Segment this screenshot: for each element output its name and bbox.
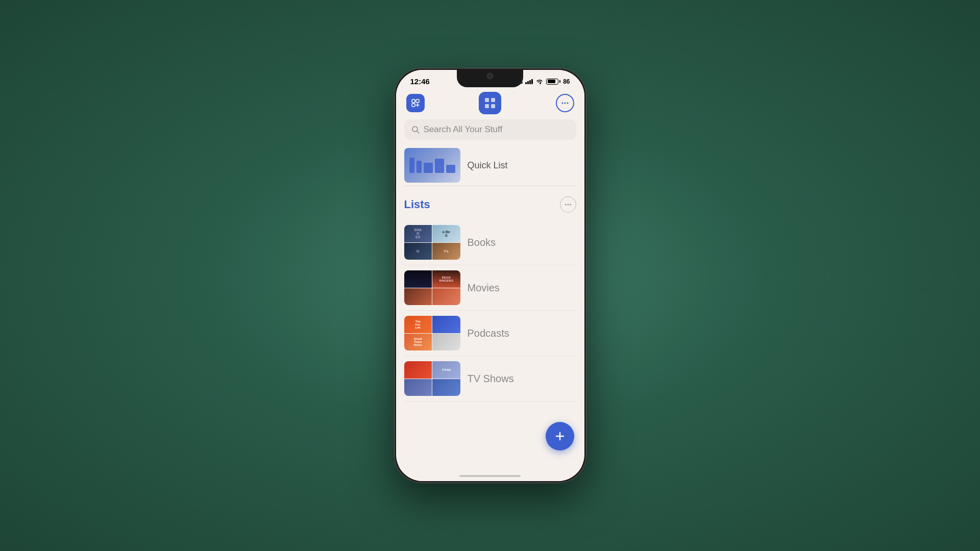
add-button[interactable] (406, 94, 425, 112)
home-button[interactable] (479, 92, 501, 114)
svg-point-14 (570, 204, 571, 206)
movies-thumb-4 (432, 288, 460, 306)
quick-list-label: Quick List (468, 160, 508, 171)
tv-thumb-2: TITAN (432, 361, 460, 379)
signal-icon (525, 79, 533, 84)
movies-thumb-3 (404, 288, 432, 306)
wifi-icon (535, 79, 544, 85)
search-icon (411, 126, 420, 134)
battery-icon (546, 79, 560, 85)
books-thumb-2: a BeG (432, 225, 460, 242)
lists-more-button[interactable] (560, 196, 576, 213)
battery-percentage: 86 (563, 78, 570, 85)
home-icon (483, 96, 497, 110)
search-container: Search All Your Stuff (396, 119, 584, 145)
list-item-movies[interactable]: DEADRINGERS Movies (404, 265, 576, 311)
svg-rect-4 (491, 98, 495, 102)
svg-rect-5 (485, 104, 489, 108)
movies-thumbnail: DEADRINGERS (404, 270, 460, 305)
quick-list-thumbnail (404, 148, 460, 183)
podcasts-thumb-3: SmallTownDicks (404, 334, 432, 351)
lists-section: Lists SHAGEA a BeG M Pa Books (396, 186, 584, 466)
list-item-tv-shows[interactable]: TITAN TV Shows (404, 356, 576, 402)
podcasts-thumb-2 (432, 316, 460, 333)
home-bar (459, 475, 521, 477)
podcasts-label: Podcasts (468, 328, 509, 339)
svg-point-8 (561, 103, 563, 104)
add-icon (411, 98, 420, 108)
list-item-podcasts[interactable]: TheAm.Life SmallTownDicks Podcasts (404, 311, 576, 356)
nav-bar (396, 88, 584, 119)
books-thumbnail: SHAGEA a BeG M Pa (404, 225, 460, 260)
svg-point-9 (567, 103, 568, 104)
search-placeholder: Search All Your Stuff (424, 124, 503, 135)
more-nav-icon (560, 98, 570, 108)
phone-frame: 12:46 $0$ 86 (395, 68, 586, 483)
search-bar[interactable]: Search All Your Stuff (404, 119, 576, 140)
tv-thumb-1 (404, 361, 432, 379)
svg-rect-1 (416, 99, 419, 103)
quick-list-bars-graphic (405, 154, 459, 177)
phone-screen: 12:46 $0$ 86 (396, 70, 584, 481)
books-thumb-4: Pa (432, 243, 460, 260)
books-thumb-1: SHAGEA (404, 225, 432, 242)
tv-shows-label: TV Shows (468, 373, 514, 385)
svg-line-11 (417, 131, 419, 133)
svg-point-12 (567, 204, 569, 206)
fab-button[interactable] (546, 422, 574, 450)
tv-thumb-3 (404, 379, 432, 396)
movies-label: Movies (468, 282, 500, 294)
list-item-books[interactable]: SHAGEA a BeG M Pa Books (404, 220, 576, 265)
more-nav-button[interactable] (556, 94, 574, 112)
movies-thumb-2: DEADRINGERS (432, 270, 460, 288)
tv-thumbnail: TITAN (404, 361, 460, 396)
lists-more-icon (564, 201, 572, 209)
home-indicator (396, 466, 584, 481)
podcasts-thumb-1: TheAm.Life (404, 316, 432, 333)
svg-rect-3 (485, 98, 489, 102)
quick-list-row[interactable]: Quick List (396, 145, 584, 186)
svg-rect-6 (491, 104, 495, 108)
svg-rect-0 (412, 99, 415, 103)
movies-thumb-1 (404, 270, 432, 288)
lists-header: Lists (404, 196, 576, 213)
podcasts-thumbnail: TheAm.Life SmallTownDicks (404, 316, 460, 350)
svg-point-13 (565, 204, 567, 206)
books-label: Books (468, 237, 496, 248)
lists-title: Lists (404, 198, 430, 211)
camera (487, 73, 493, 79)
books-thumb-3: M (404, 243, 432, 260)
podcasts-thumb-4 (432, 334, 460, 351)
fab-icon (554, 430, 566, 442)
tv-thumb-4 (432, 379, 460, 396)
svg-point-7 (564, 103, 566, 104)
svg-rect-2 (412, 104, 415, 107)
status-time: 12:46 (410, 77, 430, 86)
